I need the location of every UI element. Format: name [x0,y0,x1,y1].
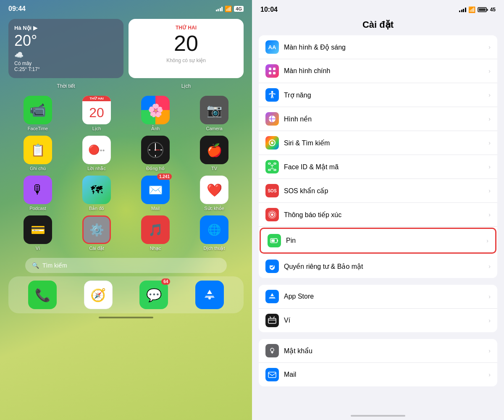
homescreen-icon [265,64,279,78]
music-icon: 🎵 [141,215,170,244]
settings-status-bar: 10:04 📶 45 [252,0,504,16]
app-maps[interactable]: 🗺 Bản đồ [69,176,124,211]
app-calendar[interactable]: THỨ HAI 20 Lịch [69,96,124,131]
health-icon: ❤️ [200,176,228,204]
clock-label: Đồng hồ [146,166,164,171]
maps-icon: 🗺 [82,176,111,204]
app-photos[interactable]: 🌸 Ảnh [128,96,183,131]
settings-row-battery[interactable]: Pin › [260,228,496,254]
settings-label: Cài đặt [89,246,104,251]
siri-label: Siri & Tìm kiếm [284,139,488,147]
app-podcast[interactable]: 🎙 Podcast [10,176,65,211]
exposure-icon [265,208,279,221]
reminders-icon: 🔴●● [82,136,111,164]
mail-settings-label: Mail [284,371,488,378]
settings-row-wallet[interactable]: Ví › [259,309,497,332]
accessibility-label: Trợ năng [284,91,488,99]
app-grid: 📹 FaceTime THỨ HAI 20 Lịch 🌸 Ảnh 📷 Camer… [0,92,252,255]
settings-time: 10:04 [260,6,278,13]
settings-row-appstore[interactable]: App Store › [259,285,497,309]
dock-appstore[interactable] [195,281,224,309]
mail-settings-icon [265,368,279,381]
calendar-label-grid: Lịch [92,126,101,131]
app-settings-grid[interactable]: ⚙️ Cài đặt [69,215,124,251]
settings-row-exposure[interactable]: Thông báo tiếp xúc › [259,203,497,227]
settings-row-homescreen[interactable]: Màn hình chính › [259,59,497,83]
passwords-chevron: › [488,347,491,354]
search-placeholder: Tìm kiếm [42,262,67,269]
svg-rect-10 [273,68,276,70]
app-music[interactable]: 🎵 Nhạc [128,215,183,251]
app-health[interactable]: ❤️ Sức khỏe [187,176,242,211]
settings-row-privacy[interactable]: Quyền riêng tư & Bảo mật › [259,255,497,278]
search-input-display[interactable]: 🔍 Tìm kiếm [25,258,227,273]
app-translate[interactable]: 🌐 Dịch thuật [187,215,242,251]
weather-condition: Có mây [14,60,118,66]
cloud-icon: ☁️ [14,50,118,60]
settings-row-display[interactable]: AA Màn hình & Độ sáng › [259,35,497,59]
camera-label: Camera [206,126,222,131]
camera-icon: 📷 [200,96,228,124]
svg-point-13 [271,91,273,93]
facetime-icon: 📹 [24,96,52,124]
left-status-icons: 📶 4G [216,5,244,12]
app-clock[interactable]: Đồng hồ [128,136,183,171]
calendar-widget[interactable]: THỨ HAI 20 Không có sự kiện [129,19,244,78]
app-mail[interactable]: 1.241 ✉️ Mail [128,176,183,211]
settings-battery-pct: 45 [490,7,496,13]
safari-icon: 🧭 [84,281,113,309]
appstore-dock-icon [195,281,224,309]
wallet-label: Ví [36,246,40,251]
location-icon: ▶ [33,25,37,31]
clock-icon [141,136,170,164]
settings-row-accessibility[interactable]: Trợ năng › [259,83,497,107]
accessibility-chevron: › [488,92,491,98]
app-wallet[interactable]: 💳 Ví [10,215,65,251]
settings-row-passwords[interactable]: Mật khẩu › [259,339,497,363]
facetime-label: FaceTime [28,126,48,131]
mail-icon: 1.241 ✉️ [141,176,170,204]
weather-widget[interactable]: Hà Nội ▶ 20° ☁️ Có mây C:25° T:17° [8,19,123,78]
appstore-settings-label: App Store [284,293,488,300]
svg-rect-25 [277,240,278,242]
settings-icon: ⚙️ [82,215,111,244]
weather-details: C:25° T:17° [14,66,118,72]
faceid-label: Face ID & Mật mã [284,163,488,171]
messages-icon: 64 💬 [139,281,168,309]
settings-row-wallpaper[interactable]: Hình nền › [259,107,497,131]
settings-group-2: App Store › Ví › [259,285,497,332]
dock-phone[interactable]: 📞 [28,281,57,309]
photos-label: Ảnh [151,126,160,131]
notes-label: Ghi chú [30,166,46,171]
app-reminders[interactable]: 🔴●● Lời nhắc [69,136,124,171]
phone-icon: 📞 [28,281,57,309]
svg-point-30 [270,348,274,352]
search-bar[interactable]: 🔍 Tìm kiếm [25,258,227,273]
svg-rect-18 [268,169,270,171]
dock-messages[interactable]: 64 💬 [139,281,168,309]
wallet-settings-chevron: › [488,317,491,324]
homescreen-chevron: › [488,68,491,74]
settings-row-faceid[interactable]: Face ID & Mật mã › [259,155,497,179]
notes-icon: 📋 [24,136,52,164]
privacy-label: Quyền riêng tư & Bảo mật [284,262,488,270]
sos-icon: SOS [265,184,279,197]
tv-icon: 🍎 [200,136,228,164]
calendar-date: 20 [134,32,238,54]
svg-rect-9 [269,68,271,70]
privacy-icon [265,260,279,273]
podcast-label: Podcast [29,206,46,211]
home-indicator-left [99,317,153,318]
podcast-icon: 🎙 [24,176,52,204]
display-chevron: › [488,44,491,50]
app-camera[interactable]: 📷 Camera [187,96,242,131]
battery-chevron: › [486,237,488,244]
app-notes[interactable]: 📋 Ghi chú [10,136,65,171]
app-facetime[interactable]: 📹 FaceTime [10,96,65,131]
settings-row-mail[interactable]: Mail › [259,363,497,386]
settings-row-siri[interactable]: Siri & Tìm kiếm › [259,131,497,155]
app-tv[interactable]: 🍎 TV [187,136,242,171]
settings-row-sos[interactable]: SOS SOS khẩn cấp › [259,179,497,203]
wallet-icon: 💳 [24,215,52,244]
dock-safari[interactable]: 🧭 [84,281,113,309]
